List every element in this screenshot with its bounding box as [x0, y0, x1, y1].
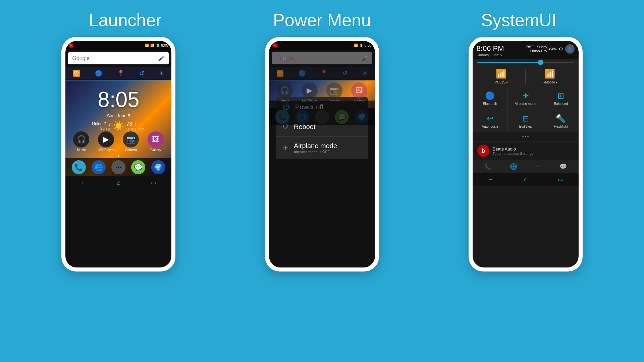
wifi-quick-icon[interactable]: 🛜: [73, 70, 80, 77]
sysui-bottom-dock: 📞 🌐 ⋯ 💬: [473, 160, 579, 173]
mic-icon-power: 🎤: [362, 55, 368, 62]
location-quick-icon[interactable]: 📍: [117, 70, 124, 77]
dock-globe[interactable]: 🌍: [151, 160, 165, 174]
sync-quick-icon[interactable]: ↺: [139, 70, 144, 77]
sysui-dock-dots[interactable]: ⋯: [535, 163, 541, 170]
dock-applist[interactable]: ⋯: [111, 160, 125, 174]
app-camera-label: Camera: [125, 148, 137, 152]
tile-edittiles[interactable]: ⊟ Edit tiles: [508, 110, 543, 132]
edittiles-tile-label: Edit tiles: [519, 125, 532, 128]
beats-logo-launcher: b: [69, 43, 73, 48]
back-button-launcher[interactable]: ←: [80, 179, 87, 186]
back-button-sysui[interactable]: ←: [488, 176, 494, 183]
bright-power-quick: ☀: [362, 70, 368, 77]
recents-button-launcher[interactable]: ▭: [151, 179, 156, 186]
dock-browser[interactable]: 🌐: [92, 160, 106, 174]
app-mxplayer-label: MX Player: [98, 148, 114, 152]
balanced-tile-label: Balanced: [554, 102, 568, 106]
weather-icon: ☀️: [113, 120, 124, 131]
power-app-row: 🎧Music ▶MX Player 📷Camera 🖼Gallery: [269, 80, 375, 103]
power-status-right: 📶 🔋 8:05: [354, 43, 372, 47]
mobile-network-item[interactable]: 📶 T-Mobile ▾: [526, 69, 574, 84]
tile-balanced[interactable]: ⊞ Balanced: [543, 87, 579, 110]
app-music[interactable]: 🎧 Music: [73, 131, 89, 152]
google-logo: Google: [72, 55, 90, 61]
weather-widget: Union City Sunny ☀️ 78°F 56°F | 79°F: [72, 120, 165, 131]
bt-power-quick: 🔵: [299, 70, 306, 77]
launcher-dock: 📞 🌐 ⋯ 💬 🌍: [65, 158, 171, 176]
system-ui-phone: 8:06 PM Sunday, June 5 78°F · Sunny Unio…: [469, 37, 583, 272]
launcher-app-row: 🎧 Music ▶ MX Player 📷 Camera 🖼: [65, 131, 171, 153]
power-status-time: 8:05: [365, 43, 372, 47]
tile-autorotate[interactable]: ↩ Auto-rotate: [473, 110, 508, 132]
beats-banner[interactable]: b Beats Audio Touch to access Settings: [473, 141, 579, 160]
launcher-status-time: 8:05: [161, 43, 168, 47]
sysui-dock-browser[interactable]: 🌐: [510, 163, 517, 170]
weather-range: 56°F | 79°F: [126, 127, 145, 131]
launcher-wallpaper: 8:05 Sun, June 5 Union City Sunny ☀️ 78°…: [65, 80, 171, 176]
wifi-network-label: PC32S: [495, 80, 505, 84]
power-quick-bar: 🛜 🔵 📍 ↺ ☀: [269, 67, 375, 80]
launcher-phone: b 📶 📶 🔋 8:05 Google 🎤 🛜 🔵 📍: [61, 37, 175, 272]
power-menu-phone: b 📶 🔋 8:05 Google 🎤 🛜 🔵 📍 ↺: [265, 37, 379, 272]
dock-messages[interactable]: 💬: [131, 160, 145, 174]
beats-subtitle: Touch to access Settings: [493, 152, 534, 156]
power-menu-overlay: [269, 101, 375, 125]
airplane-tile-icon: ✈: [522, 91, 529, 101]
recents-button-sysui[interactable]: ▭: [558, 176, 564, 183]
app-gallery-label: Gallery: [150, 148, 161, 152]
signal-large-icon: 📶: [544, 69, 555, 79]
signal-icon-launcher: 📶: [150, 44, 154, 47]
wifi-network-item[interactable]: 📶 PC32S ▾: [477, 69, 526, 84]
brightness-track: [477, 62, 574, 63]
sysui-dock-phone[interactable]: 📞: [484, 163, 492, 170]
tile-bluetooth[interactable]: 🔵 Bluetooth: [473, 87, 508, 110]
flashlight-tile-label: Flashlight: [554, 125, 568, 128]
weather-temp: 78°F: [126, 121, 145, 127]
dock-phone[interactable]: 📞: [72, 160, 86, 174]
sysui-settings-icon[interactable]: ⚙: [559, 46, 563, 52]
sysui-time: 8:06 PM: [477, 44, 504, 53]
launcher-quick-bar: 🛜 🔵 📍 ↺ ☀: [65, 67, 171, 80]
sysui-panel: 8:06 PM Sunday, June 5 78°F · Sunny Unio…: [473, 41, 579, 267]
tile-flashlight[interactable]: 🔦 Flashlight: [543, 110, 579, 132]
wifi-icon-power: 📶: [354, 44, 358, 47]
mobile-dropdown-icon[interactable]: ▾: [556, 80, 557, 84]
wifi-power-quick: 🛜: [276, 70, 284, 77]
wifi-dropdown-icon[interactable]: ▾: [506, 80, 508, 84]
sysui-header: 8:06 PM Sunday, June 5 78°F · Sunny Unio…: [473, 41, 579, 59]
wifi-icon-launcher: 📶: [145, 44, 149, 47]
beats-logo-sysui: b: [477, 145, 489, 157]
airplane-item[interactable]: ✈ Airplane mode Airplane mode is OFF: [276, 137, 368, 159]
mic-icon-launcher[interactable]: 🎤: [158, 55, 165, 62]
sysui-dock-msg[interactable]: 💬: [559, 163, 567, 170]
brightness-quick-icon[interactable]: ☀: [159, 70, 164, 77]
bluetooth-quick-icon[interactable]: 🔵: [95, 70, 102, 77]
home-button-launcher[interactable]: ⌂: [117, 179, 120, 186]
network-row: 📶 PC32S ▾ 📶 T-Mobile ▾: [473, 66, 579, 87]
app-mxplayer[interactable]: ▶ MX Player: [98, 131, 114, 152]
google-logo-power: Google: [276, 55, 293, 61]
launcher-title: Launcher: [27, 10, 224, 30]
sysui-date: Sunday, June 5: [477, 53, 504, 57]
beats-title: Beats Audio: [493, 146, 534, 152]
brightness-slider-row[interactable]: [473, 59, 579, 66]
airplane-icon: ✈: [282, 144, 288, 153]
battery-icon-power: 🔋: [359, 44, 363, 47]
bluetooth-tile-icon: 🔵: [485, 91, 495, 101]
app-gallery[interactable]: 🖼 Gallery: [148, 131, 164, 152]
launcher-search-bar[interactable]: Google 🎤: [68, 52, 169, 64]
edittiles-tile-icon: ⊟: [522, 114, 529, 123]
home-button-sysui[interactable]: ⌂: [524, 176, 528, 183]
sysui-avatar[interactable]: 👤: [565, 44, 575, 54]
beats-logo-power: b: [272, 43, 277, 48]
sysui-location: Union City: [526, 49, 547, 53]
launcher-clock: 8:05: [72, 87, 165, 112]
tile-airplane[interactable]: ✈ Airplane mode: [508, 87, 543, 110]
power-menu-title: Power Menu: [224, 10, 421, 30]
app-camera[interactable]: 📷 Camera: [123, 131, 139, 152]
sysui-page-dots: • • •: [473, 132, 579, 141]
launcher-nav-bar: ← ⌂ ▭: [65, 176, 171, 189]
page-dots-launcher: ●: [65, 153, 171, 158]
brightness-thumb[interactable]: [538, 60, 543, 65]
